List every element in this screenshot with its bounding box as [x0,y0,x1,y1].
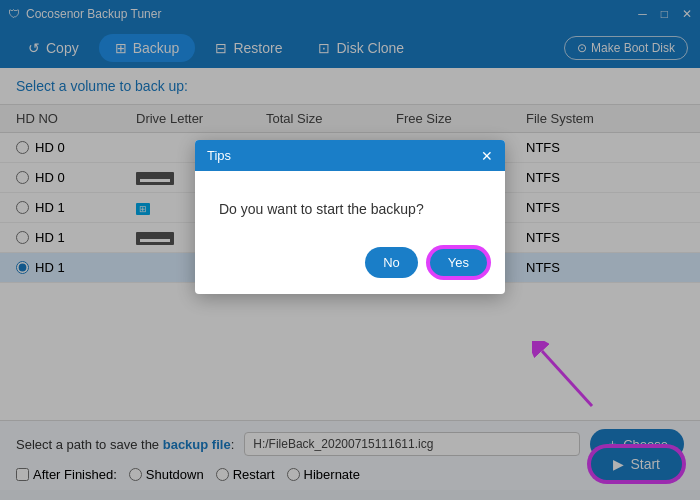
modal-dialog: Tips ✕ Do you want to start the backup? … [195,140,505,294]
modal-title: Tips [207,148,231,163]
modal-overlay: Tips ✕ Do you want to start the backup? … [0,0,700,500]
modal-yes-button[interactable]: Yes [428,247,489,278]
modal-message: Do you want to start the backup? [219,201,424,217]
modal-close-button[interactable]: ✕ [481,149,493,163]
modal-header: Tips ✕ [195,140,505,171]
modal-body: Do you want to start the backup? [195,171,505,237]
modal-no-button[interactable]: No [365,247,418,278]
modal-footer: No Yes [195,237,505,294]
